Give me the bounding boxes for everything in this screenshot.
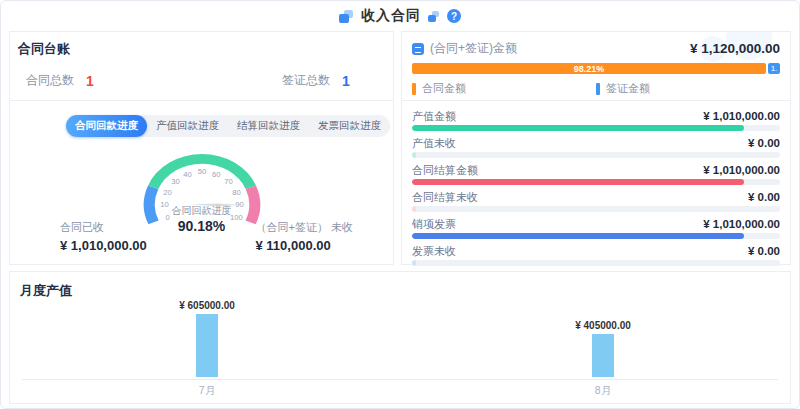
row-value: ¥ 0.00 — [748, 137, 780, 149]
progress-track — [412, 233, 780, 239]
progress-track — [412, 152, 780, 158]
dashboard: 收入合同 ? 合同台账 合同总数 1 签证总数 1 — [0, 0, 800, 409]
visa-amount-label: 签证金额 — [606, 81, 650, 96]
monthly-output-panel: 月度产值 ¥ 605000.00 7月 ¥ 405000.00 8月 — [9, 271, 791, 404]
svg-text:30: 30 — [171, 178, 180, 185]
unreceived-label: （合同+签证） 未收 — [256, 220, 353, 235]
contract-doc-icon — [428, 11, 440, 22]
progress-track — [412, 206, 780, 212]
row-label: 产值金额 — [412, 109, 456, 124]
bar-group-july: ¥ 605000.00 7月 — [162, 300, 252, 398]
unreceived-value: ¥ 110,000.00 — [256, 238, 353, 253]
contract-amount-label: 合同金额 — [422, 81, 466, 96]
tab-output-recovery[interactable]: 产值回款进度 — [147, 115, 228, 137]
progress-fill — [412, 233, 744, 239]
progress-fill — [412, 125, 744, 131]
bar-category-label: 8月 — [595, 384, 611, 398]
received-value: ¥ 1,010,000.00 — [60, 238, 147, 253]
svg-text:40: 40 — [183, 171, 192, 178]
received-label: 合同已收 — [60, 220, 147, 235]
row-label: 发票未收 — [412, 244, 456, 259]
visa-count-label: 签证总数 — [282, 72, 330, 89]
row-label: 销项发票 — [412, 217, 456, 232]
visa-amount-item: 签证金额 ¥ 20,000.00 — [596, 81, 780, 101]
left-column: 合同台账 合同总数 1 签证总数 1 合同回款进度 产值回款进度 结算回 — [9, 31, 394, 265]
bar-august[interactable] — [592, 334, 614, 377]
bar-category-label: 7月 — [199, 384, 215, 398]
detail-row: 产值未收 ¥ 0.00 — [412, 136, 780, 158]
contract-count-label: 合同总数 — [26, 72, 74, 89]
svg-text:80: 80 — [232, 189, 241, 196]
monthly-title: 月度产值 — [10, 272, 790, 300]
row-value: ¥ 1,010,000.00 — [703, 110, 780, 122]
visa-count-value: 1 — [342, 73, 350, 89]
progress-track — [412, 125, 780, 131]
detail-row: 合同结算金额 ¥ 1,010,000.00 — [412, 163, 780, 185]
right-column: (合同+签证)金额 ¥ 1,120,000.00 98.21% 1. 合同金额 … — [401, 31, 791, 265]
detail-row: 合同结算未收 ¥ 0.00 — [412, 190, 780, 212]
ledger-stats: 合同总数 1 签证总数 1 — [18, 72, 385, 92]
contract-folder-icon — [339, 10, 354, 23]
tab-contract-recovery[interactable]: 合同回款进度 — [66, 115, 147, 137]
row-label: 合同结算未收 — [412, 190, 478, 205]
bar-july[interactable] — [196, 314, 218, 377]
main-grid: 合同台账 合同总数 1 签证总数 1 合同回款进度 产值回款进度 结算回 — [1, 31, 799, 265]
recovery-panel: 合同回款进度 产值回款进度 结算回款进度 发票回款进度 0 10 20 30 4… — [9, 100, 394, 265]
ledger-title: 合同台账 — [18, 40, 385, 58]
svg-text:20: 20 — [163, 189, 172, 196]
visa-legend-mark — [596, 83, 600, 95]
amount-stacked-bar: 98.21% 1. — [412, 63, 780, 74]
visa-bar-segment: 1. — [768, 63, 780, 74]
page-title: 收入合同 — [361, 7, 421, 25]
amount-icon — [412, 43, 424, 55]
svg-text:70: 70 — [224, 178, 233, 185]
contract-count-value: 1 — [86, 73, 94, 89]
page-header: 收入合同 ? — [1, 1, 799, 31]
x-axis-line — [22, 379, 778, 380]
contract-legend-mark — [412, 83, 416, 95]
tab-settlement-recovery[interactable]: 结算回款进度 — [228, 115, 309, 137]
gauge-center-label: 合同回款进度 — [10, 204, 393, 218]
help-icon[interactable]: ? — [447, 9, 461, 23]
visa-count-stat: 签证总数 1 — [282, 72, 350, 89]
ledger-panel: 合同台账 合同总数 1 签证总数 1 — [9, 31, 394, 101]
amount-label: (合同+签证)金额 — [430, 40, 517, 57]
progress-fill — [412, 152, 416, 158]
contract-bar-segment: 98.21% — [412, 63, 766, 74]
bar-value-label: ¥ 605000.00 — [179, 300, 235, 311]
contract-amount-item: 合同金额 ¥ 1,100,000.00 — [412, 81, 596, 101]
progress-fill — [412, 179, 744, 185]
unreceived-stat: （合同+签证） 未收 ¥ 110,000.00 — [256, 220, 353, 253]
contract-count-stat: 合同总数 1 — [26, 72, 94, 89]
bar-value-label: ¥ 405000.00 — [575, 320, 631, 331]
progress-fill — [412, 260, 416, 266]
visa-amount-value: ¥ 20,000.00 — [606, 99, 780, 101]
progress-fill — [412, 206, 416, 212]
row-label: 合同结算金额 — [412, 163, 478, 178]
svg-text:60: 60 — [212, 171, 221, 178]
progress-track — [412, 260, 780, 266]
row-value: ¥ 1,010,000.00 — [703, 218, 780, 230]
amount-summary-panel: (合同+签证)金额 ¥ 1,120,000.00 98.21% 1. 合同金额 … — [401, 31, 791, 101]
contract-amount-value: ¥ 1,100,000.00 — [422, 99, 596, 101]
row-value: ¥ 0.00 — [748, 245, 780, 257]
tab-invoice-recovery[interactable]: 发票回款进度 — [309, 115, 390, 137]
amount-detail-panel: 产值金额 ¥ 1,010,000.00 产值未收 ¥ 0.00 — [401, 100, 791, 265]
progress-track — [412, 179, 780, 185]
detail-row: 销项发票 ¥ 1,010,000.00 — [412, 217, 780, 239]
recovery-tabs: 合同回款进度 产值回款进度 结算回款进度 发票回款进度 — [66, 115, 390, 137]
received-stat: 合同已收 ¥ 1,010,000.00 — [60, 220, 147, 253]
amount-total: ¥ 1,120,000.00 — [690, 41, 780, 56]
row-label: 产值未收 — [412, 136, 456, 151]
bar-group-august: ¥ 405000.00 8月 — [558, 320, 648, 398]
detail-row: 产值金额 ¥ 1,010,000.00 — [412, 109, 780, 131]
detail-row: 发票未收 ¥ 0.00 — [412, 244, 780, 266]
amount-legend: 合同金额 ¥ 1,100,000.00 签证金额 ¥ 20,000.00 — [412, 81, 780, 101]
row-value: ¥ 1,010,000.00 — [703, 164, 780, 176]
svg-text:50: 50 — [198, 169, 207, 176]
row-value: ¥ 0.00 — [748, 191, 780, 203]
